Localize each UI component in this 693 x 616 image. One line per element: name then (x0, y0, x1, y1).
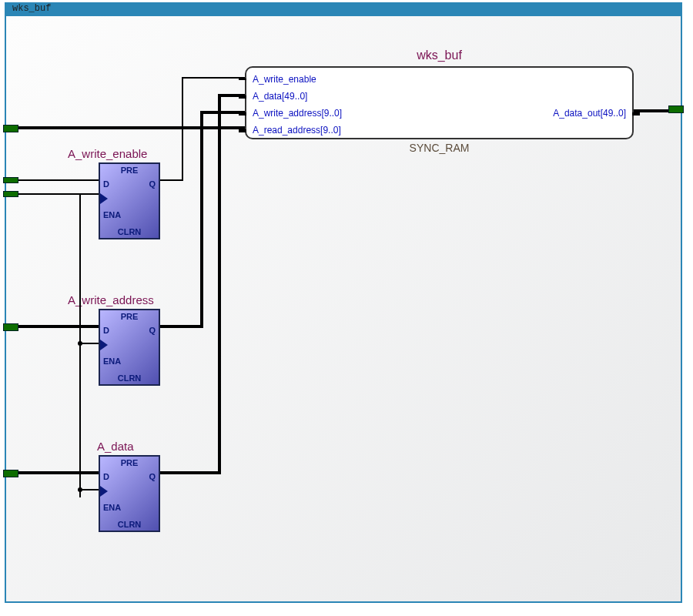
ff-q-label: Q (149, 472, 156, 481)
wire (79, 193, 99, 195)
ff-d-label: D (103, 326, 109, 335)
ff-clrn-label: CLRN (118, 227, 142, 236)
ff-title-data: A_data (97, 440, 134, 453)
module-title: wks_buf (12, 3, 51, 14)
sync-ram-block[interactable]: A_write_enable A_data[49..0] A_write_add… (245, 66, 634, 139)
port-stub (3, 323, 18, 331)
ff-title-write-enable: A_write_enable (68, 147, 147, 160)
clock-icon (100, 340, 108, 350)
wire (6, 126, 226, 129)
ram-port-write-address: A_write_address[9..0] (253, 108, 342, 119)
junction-dot (78, 341, 82, 346)
ff-d-label: D (103, 179, 109, 189)
ff-ena-label: ENA (103, 503, 121, 512)
ff-write-enable[interactable]: PRE D Q ENA CLRN (99, 162, 160, 239)
port-stub (3, 177, 18, 183)
wire (160, 179, 183, 181)
ff-data[interactable]: PRE D Q ENA CLRN (99, 455, 160, 532)
ram-port-read-address: A_read_address[9..0] (253, 125, 341, 136)
wire (200, 111, 203, 328)
ff-pre-label: PRE (121, 458, 139, 467)
ff-ena-label: ENA (103, 210, 121, 219)
ram-port-data-out: A_data_out[49..0] (553, 108, 626, 119)
wire (160, 471, 220, 474)
ff-ena-label: ENA (103, 357, 121, 366)
ff-q-label: Q (149, 179, 156, 189)
wire (200, 111, 245, 114)
ff-clrn-label: CLRN (118, 520, 142, 529)
ff-pre-label: PRE (121, 312, 139, 321)
ff-pre-label: PRE (121, 166, 139, 175)
ram-port-write-enable: A_write_enable (253, 74, 316, 85)
wire (226, 126, 245, 129)
wire (6, 471, 99, 474)
ff-d-label: D (103, 472, 109, 481)
junction-dot (78, 487, 82, 492)
wire (6, 325, 99, 328)
wire (182, 77, 183, 181)
ram-type-label: SYNC_RAM (245, 142, 634, 154)
clock-icon (100, 486, 108, 497)
port-stub (3, 125, 18, 132)
ram-port-data: A_data[49..0] (253, 91, 307, 102)
wire (218, 94, 245, 97)
ram-instance-title: wks_buf (245, 49, 634, 62)
wire (182, 77, 245, 79)
clock-icon (100, 193, 108, 204)
wire (218, 94, 221, 474)
ff-write-address[interactable]: PRE D Q ENA CLRN (99, 309, 160, 386)
port-stub (3, 191, 18, 197)
schematic-canvas: wks_buf wks_buf SYNC_RAM A_write_enable … (5, 2, 682, 603)
ff-q-label: Q (149, 326, 156, 335)
wire (160, 325, 203, 328)
port-stub (3, 470, 18, 477)
wire (6, 179, 99, 181)
ff-clrn-label: CLRN (118, 373, 142, 383)
port-stub (668, 105, 684, 113)
